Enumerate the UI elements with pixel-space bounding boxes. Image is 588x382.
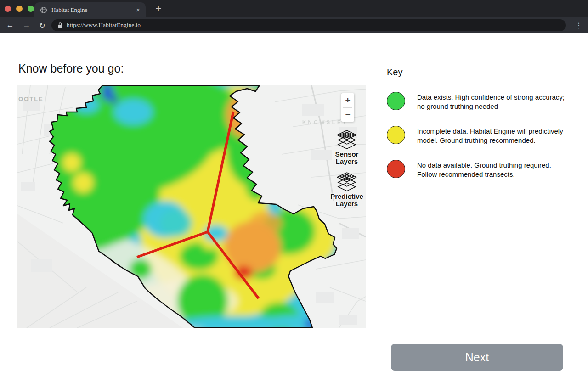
key-item-red: No data available. Ground truthing requi… [387,160,551,179]
sensor-layers-toggle[interactable]: Sensor Layers [335,129,359,165]
layer-controls: Sensor Layers Predictive Layers [328,129,366,208]
key-item-yellow-line2: model. Ground truthing recommended. [417,136,563,145]
key-item-yellow: Incomplete data. Habitat Engine will pre… [387,126,563,145]
tab-strip: Habitat Engine × + [0,0,588,17]
key-item-green-line2: no ground truthing needed [417,102,565,111]
close-window-button[interactable] [5,6,11,12]
habitat-engine-favicon [40,6,47,14]
tab-title: Habitat Engine [51,6,136,14]
url-text: https://www.HabitatEngine.io [67,22,141,29]
key-item-red-line1: No data available. Ground truthing requi… [417,161,551,170]
habitat-map[interactable]: OOTLE KNOWSLEY [17,85,366,328]
tab-close-icon[interactable]: × [136,6,140,13]
lock-icon [57,22,63,28]
reload-icon[interactable]: ↻ [36,17,49,33]
green-swatch [387,92,405,110]
predictive-layers-label-line2: Layers [330,200,363,208]
key-item-yellow-line1: Incomplete data. Habitat Engine will pre… [417,127,563,136]
new-tab-button[interactable]: + [152,1,165,15]
screen: { "browser": { "tab_title": "Habitat Eng… [0,0,588,382]
map-place-label-bootle: OOTLE [18,96,44,102]
page-title: Know before you go: [18,62,124,75]
map-zoom-control: + − [341,93,354,122]
zoom-out-button[interactable]: − [341,108,354,122]
zoom-in-button[interactable]: + [341,93,354,107]
key-item-red-line2: Follow recommended transects. [417,170,551,179]
browser-tab[interactable]: Habitat Engine × [34,2,146,17]
next-button[interactable]: Next [391,344,563,371]
predictive-layers-toggle[interactable]: Predictive Layers [330,172,363,208]
layers-icon [335,129,358,151]
back-icon[interactable]: ← [4,17,17,33]
sensor-layers-label-line2: Layers [335,158,359,165]
layers-icon [335,172,358,193]
key-title: Key [387,67,588,78]
key-item-green-line1: Data exists. High confidence of strong a… [417,93,565,102]
sensor-layers-label-line1: Sensor [335,151,359,158]
browser-menu-icon[interactable]: ⋮ [572,17,585,33]
predictive-layers-label-line1: Predictive [330,193,363,200]
maximize-window-button[interactable] [28,6,34,12]
browser-toolbar: ← → ↻ https://www.HabitatEngine.io ⋮ [0,17,588,33]
forward-icon[interactable]: → [20,17,33,33]
address-bar[interactable]: https://www.HabitatEngine.io [51,19,566,31]
key-panel: Key Data exists. High confidence of stro… [387,67,588,78]
yellow-swatch [387,126,405,144]
window-controls [5,6,34,12]
key-item-green: Data exists. High confidence of strong a… [387,92,565,111]
minimize-window-button[interactable] [16,6,23,12]
map-canvas[interactable]: OOTLE KNOWSLEY [17,85,366,328]
red-swatch [387,160,405,178]
